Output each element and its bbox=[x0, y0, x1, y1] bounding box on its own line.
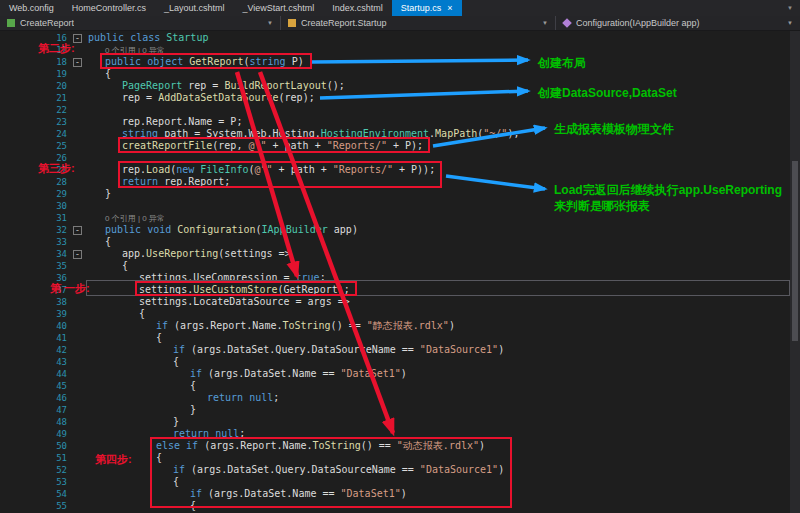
close-icon[interactable]: × bbox=[447, 4, 452, 13]
tab-web-config[interactable]: Web.config bbox=[0, 0, 63, 16]
code-line[interactable]: 25creatReportFile(rep, @"" + path + "Rep… bbox=[0, 140, 800, 152]
line-number: 49 bbox=[0, 428, 73, 440]
code-line[interactable]: 19{ bbox=[0, 68, 800, 80]
chevron-down-icon: ▼ bbox=[264, 20, 276, 26]
fold-margin bbox=[73, 332, 85, 344]
code-line[interactable]: 32-public void Configuration(IAppBuilder… bbox=[0, 224, 800, 236]
code-line[interactable]: 35{ bbox=[0, 260, 800, 272]
line-number: 24 bbox=[0, 128, 73, 140]
line-number: 51 bbox=[0, 452, 73, 464]
code-line[interactable]: 170 个引用 | 0 异常 bbox=[0, 44, 800, 56]
code-line[interactable]: 34-app.UseReporting(settings => bbox=[0, 248, 800, 260]
code-text: else if (args.Report.Name.ToString() == … bbox=[85, 440, 800, 452]
fold-collapse-icon[interactable]: - bbox=[73, 56, 85, 68]
fold-margin bbox=[73, 320, 85, 332]
code-text: return null; bbox=[85, 392, 800, 404]
tab-layout-cshtml[interactable]: _Layout.cshtml bbox=[155, 0, 234, 16]
fold-margin bbox=[73, 152, 85, 164]
code-line[interactable]: 48} bbox=[0, 416, 800, 428]
code-line[interactable]: 55{ bbox=[0, 500, 800, 512]
class-dropdown[interactable]: CreateReport.Startup ▼ bbox=[281, 16, 556, 30]
code-line[interactable]: 51{ bbox=[0, 452, 800, 464]
code-text: 0 个引用 | 0 异常 bbox=[85, 212, 800, 224]
line-number: 45 bbox=[0, 380, 73, 392]
tab-homecontroller-cs[interactable]: HomeController.cs bbox=[63, 0, 155, 16]
code-line[interactable]: 23rep.Report.Name = P; bbox=[0, 116, 800, 128]
code-line[interactable]: 22 bbox=[0, 104, 800, 116]
code-text: public void Configuration(IAppBuilder ap… bbox=[85, 224, 800, 236]
fold-margin bbox=[73, 428, 85, 440]
code-line[interactable]: 49return null; bbox=[0, 428, 800, 440]
member-dropdown[interactable]: Configuration(IAppBuilder app) ▼ bbox=[556, 16, 800, 30]
code-text: { bbox=[85, 452, 800, 464]
code-line[interactable]: 54if (args.DataSet.Name == "DataSet1") bbox=[0, 488, 800, 500]
code-line[interactable]: 45{ bbox=[0, 380, 800, 392]
code-line[interactable]: 53{ bbox=[0, 476, 800, 488]
line-number: 48 bbox=[0, 416, 73, 428]
code-text: { bbox=[85, 308, 800, 320]
code-line[interactable]: 29} bbox=[0, 188, 800, 200]
code-text: settings.UseCompression = true; bbox=[85, 272, 800, 284]
line-number: 30 bbox=[0, 200, 73, 212]
fold-collapse-icon[interactable]: - bbox=[73, 32, 85, 44]
tab-viewstart-cshtml[interactable]: _ViewStart.cshtml bbox=[233, 0, 323, 16]
code-line[interactable]: 28return rep.Report; bbox=[0, 176, 800, 188]
code-text: return null; bbox=[85, 428, 800, 440]
code-line[interactable]: 21rep = AddDataSetDataSource(rep); bbox=[0, 92, 800, 104]
fold-margin bbox=[73, 452, 85, 464]
chevron-down-icon: ▼ bbox=[784, 20, 796, 26]
code-line[interactable]: 40if (args.Report.Name.ToString() == "静态… bbox=[0, 320, 800, 332]
code-line[interactable]: 39{ bbox=[0, 308, 800, 320]
code-line[interactable]: 43{ bbox=[0, 356, 800, 368]
line-number: 43 bbox=[0, 356, 73, 368]
line-number: 33 bbox=[0, 236, 73, 248]
project-dropdown[interactable]: CreateReport ▼ bbox=[0, 16, 281, 30]
fold-margin bbox=[73, 236, 85, 248]
chevron-down-icon: ▼ bbox=[539, 20, 551, 26]
code-line[interactable]: 52if (args.DataSet.Query.DataSourceName … bbox=[0, 464, 800, 476]
tab-overflow-button[interactable]: ▼ bbox=[780, 0, 800, 16]
code-line[interactable]: 20PageReport rep = BuildReportLayout(); bbox=[0, 80, 800, 92]
tab-index-cshtml[interactable]: Index.cshtml bbox=[323, 0, 392, 16]
line-number: 53 bbox=[0, 476, 73, 488]
code-line[interactable]: 42if (args.DataSet.Query.DataSourceName … bbox=[0, 344, 800, 356]
code-text: if (args.DataSet.Name == "DataSet1") bbox=[85, 488, 800, 500]
code-line[interactable]: 46return null; bbox=[0, 392, 800, 404]
code-text: { bbox=[85, 332, 800, 344]
line-number: 18 bbox=[0, 56, 73, 68]
code-line[interactable]: 18-public object GetReport(string P) bbox=[0, 56, 800, 68]
navigation-bar: CreateReport ▼ CreateReport.Startup ▼ Co… bbox=[0, 16, 800, 31]
code-line[interactable]: 47} bbox=[0, 404, 800, 416]
vertical-scrollbar[interactable] bbox=[790, 31, 800, 513]
code-line[interactable]: 27rep.Load(new FileInfo(@"" + path + "Re… bbox=[0, 164, 800, 176]
code-line[interactable]: 310 个引用 | 0 异常 bbox=[0, 212, 800, 224]
fold-collapse-icon[interactable]: - bbox=[73, 248, 85, 260]
chevron-down-icon: ▼ bbox=[787, 5, 793, 11]
code-line[interactable]: 16-public class Startup bbox=[0, 32, 800, 44]
class-icon bbox=[288, 19, 296, 27]
code-text bbox=[85, 152, 800, 164]
code-line[interactable]: 26 bbox=[0, 152, 800, 164]
line-number: 50 bbox=[0, 440, 73, 452]
code-text: } bbox=[85, 416, 800, 428]
fold-margin bbox=[73, 164, 85, 176]
code-line[interactable]: 36settings.UseCompression = true; bbox=[0, 272, 800, 284]
fold-margin bbox=[73, 488, 85, 500]
code-line[interactable]: 50else if (args.Report.Name.ToString() =… bbox=[0, 440, 800, 452]
code-editor[interactable]: 16-public class Startup170 个引用 | 0 异常18-… bbox=[0, 31, 800, 513]
fold-margin bbox=[73, 212, 85, 224]
code-line[interactable]: 38settings.LocateDataSource = args => bbox=[0, 296, 800, 308]
code-text: settings.LocateDataSource = args => bbox=[85, 296, 800, 308]
fold-collapse-icon[interactable]: - bbox=[73, 224, 85, 236]
code-line[interactable]: 44if (args.DataSet.Name == "DataSet1") bbox=[0, 368, 800, 380]
code-line[interactable]: 24string path = System.Web.Hosting.Hosti… bbox=[0, 128, 800, 140]
code-line[interactable]: 30 bbox=[0, 200, 800, 212]
tab-startup-cs[interactable]: Startup.cs × bbox=[392, 0, 462, 16]
code-line[interactable]: 33{ bbox=[0, 236, 800, 248]
scrollbar-thumb[interactable] bbox=[792, 161, 798, 341]
code-text: PageReport rep = BuildReportLayout(); bbox=[85, 80, 800, 92]
code-line[interactable]: 41{ bbox=[0, 332, 800, 344]
code-line[interactable]: 37settings.UseCustomStore(GetReport); bbox=[0, 284, 800, 296]
line-number: 22 bbox=[0, 104, 73, 116]
code-text: if (args.Report.Name.ToString() == "静态报表… bbox=[85, 320, 800, 332]
